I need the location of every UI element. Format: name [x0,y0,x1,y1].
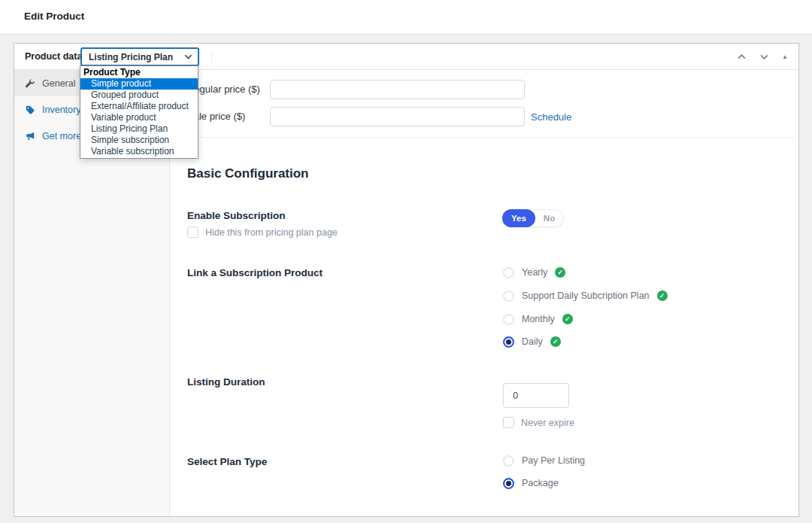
hide-from-pricing-checkbox[interactable] [187,227,198,238]
page-title: Edit Product [24,11,84,22]
radio-button[interactable] [503,290,514,302]
dropdown-option-simple-subscription[interactable]: Simple subscription [80,135,198,146]
radio-button[interactable] [503,267,514,278]
top-bar: Edit Product [0,0,812,35]
header-divider [211,50,212,63]
sale-price-input[interactable] [270,107,525,126]
section-divider [171,137,798,138]
sidebar-tab-label: General [42,78,75,89]
dropdown-option-grouped-product[interactable]: Grouped product [80,90,198,101]
metabox-controls: ▲ [735,44,789,70]
move-down-button[interactable] [758,50,771,63]
radio-label: Pay Per Listing [522,455,585,466]
radio-button[interactable] [503,314,514,325]
regular-price-input[interactable] [270,80,525,99]
radio-option-package[interactable]: Package [503,476,559,490]
dropdown-option-variable-product[interactable]: Variable product [80,112,198,123]
toggle-yes-button[interactable]: Yes [502,209,535,227]
hide-from-pricing-label: Hide this from pricing plan page [205,227,338,238]
verified-check-icon: ✓ [555,267,565,278]
verified-check-icon: ✓ [550,336,561,347]
radio-button-selected[interactable] [503,478,514,489]
enable-subscription-toggle: Yes No [502,209,564,227]
link-subscription-label: Link a Subscription Product [187,267,323,278]
dropdown-option-simple-product[interactable]: Simple product [80,78,198,90]
verified-check-icon: ✓ [562,314,573,324]
radio-button-selected[interactable] [503,336,514,348]
listing-duration-input[interactable] [503,383,569,408]
hide-from-pricing-row: Hide this from pricing plan page [187,227,338,238]
product-type-select[interactable]: Listing Pricing Plan [80,47,199,66]
wrench-icon [25,78,35,89]
chevron-up-icon [737,52,747,62]
edit-product-page: Edit Product Product data — Listing Pric… [0,0,812,523]
dropdown-group-label: Product Type [80,67,198,78]
chevron-down-small-icon [759,52,769,62]
collapse-triangle-icon: ▲ [782,54,788,60]
never-expire-label: Never expire [521,418,574,428]
move-up-button[interactable] [735,50,748,63]
basic-configuration-heading: Basic Configuration [187,166,309,181]
dropdown-option-listing-pricing-plan[interactable]: Listing Pricing Plan [80,123,198,135]
radio-label: Support Daily Subcription Plan [522,290,650,301]
select-plan-type-label: Select Plan Type [187,456,267,467]
megaphone-icon [25,131,35,141]
toggle-panel-button[interactable]: ▲ [780,53,789,62]
radio-button[interactable] [503,455,514,467]
radio-option-monthly[interactable]: Monthly ✓ [503,312,573,326]
radio-option-daily[interactable]: Daily ✓ [503,335,561,348]
toggle-no-button[interactable]: No [535,214,563,223]
schedule-link[interactable]: Schedule [531,111,571,123]
sidebar-tab-label: Inventory [42,105,80,115]
chevron-down-icon [184,53,192,61]
radio-option-yearly[interactable]: Yearly ✓ [503,266,565,279]
dropdown-option-variable-subscription[interactable]: Variable subscription [80,146,198,157]
listing-duration-label: Listing Duration [187,376,265,388]
metabox-title-text: Product data [25,51,82,62]
product-type-select-value: Listing Pricing Plan [89,52,173,62]
radio-label: Monthly [522,314,555,324]
radio-option-support-daily[interactable]: Support Daily Subcription Plan ✓ [503,289,668,303]
general-panel: Regular price ($) Sale price ($) Schedul… [171,70,798,516]
radio-label: Package [522,478,559,488]
never-expire-row: Never expire [503,417,574,428]
radio-label: Yearly [522,267,547,278]
product-type-dropdown-list: Product Type Simple product Grouped prod… [80,65,198,159]
dropdown-option-external-affiliate[interactable]: External/Affiliate product [80,101,198,112]
never-expire-checkbox[interactable] [503,417,514,428]
enable-subscription-label: Enable Subscription [187,210,286,221]
radio-option-pay-per-listing[interactable]: Pay Per Listing [503,454,585,467]
verified-check-icon: ✓ [657,290,668,301]
radio-label: Daily [522,336,543,347]
inventory-tag-icon [25,105,35,115]
